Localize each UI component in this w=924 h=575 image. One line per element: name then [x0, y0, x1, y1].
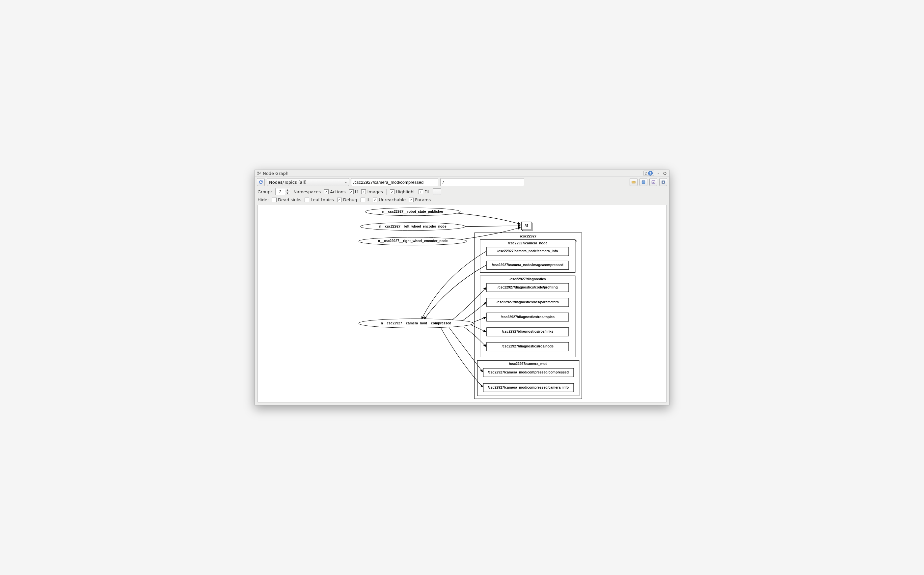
svg-text:/csc22927/camera_mod/compresse: /csc22927/camera_mod/compressed/compress… — [488, 370, 569, 374]
topic-mod-camera-info[interactable]: /csc22927/camera_mod/compressed/camera_i… — [483, 383, 574, 392]
titlebar: Node Graph D ? - O — [255, 170, 669, 177]
save-button[interactable] — [640, 178, 648, 186]
node-camera-mod-compressed[interactable]: n__csc22927__camera_mod__compressed — [359, 319, 473, 328]
group-label: Group: — [257, 189, 272, 194]
edge-rsp-tf — [456, 213, 520, 224]
topic-tf[interactable]: /tf — [521, 222, 532, 231]
restore-button[interactable]: O — [662, 171, 667, 176]
svg-rect-3 — [643, 181, 644, 181]
group-value-input[interactable] — [276, 189, 285, 194]
spin-up-icon[interactable]: ▲ — [285, 188, 290, 192]
unreachable-checkbox[interactable]: Unreachable — [373, 197, 406, 202]
open-button[interactable] — [630, 178, 638, 186]
view-mode-combo[interactable]: Nodes/Topics (all) ▾ — [267, 178, 349, 186]
svg-text:n__csc22927__right_wheel_encod: n__csc22927__right_wheel_encoder_node — [378, 239, 448, 243]
window: Node Graph D ? - O Nodes/Topics (all) ▾ — [254, 170, 670, 405]
svg-text:/csc22927/camera_mod: /csc22927/camera_mod — [509, 362, 548, 365]
images-checkbox[interactable]: Images — [361, 189, 383, 194]
edge-camerainfo-camnode — [421, 252, 486, 319]
spin-down-icon[interactable]: ▼ — [285, 192, 290, 195]
fit-checkbox[interactable]: Fit — [419, 189, 429, 194]
hide-options-row: Hide: Dead sinks Leaf topics Debug tf Un… — [255, 197, 669, 203]
svg-text:/csc22927/diagnostics/ros/node: /csc22927/diagnostics/ros/node — [502, 345, 554, 348]
svg-text:/csc22927/diagnostics: /csc22927/diagnostics — [510, 277, 546, 281]
chevron-down-icon: ▾ — [345, 181, 347, 184]
topic-diag-parameters[interactable]: /csc22927/diagnostics/ros/parameters — [487, 298, 569, 307]
svg-text:/csc22927: /csc22927 — [520, 235, 537, 238]
edge-cam-modinfo — [441, 328, 483, 387]
svg-text:/csc22927/camera_node: /csc22927/camera_node — [508, 241, 547, 245]
topic-diag-node[interactable]: /csc22927/diagnostics/ros/node — [487, 343, 569, 351]
node-robot-state-publisher[interactable]: n__csc22927__robot_state_publisher — [365, 208, 460, 216]
color-swatch-button[interactable] — [433, 188, 441, 195]
dq-letter: D — [645, 171, 648, 176]
svg-text:n__csc22927__left_wheel_encode: n__csc22927__left_wheel_encoder_node — [379, 225, 446, 228]
tf-hide-checkbox[interactable]: tf — [360, 197, 370, 202]
svg-rect-6 — [662, 181, 664, 183]
export-button[interactable] — [649, 178, 657, 186]
group-camera-mod[interactable]: /csc22927/camera_mod /csc22927/camera_mo… — [478, 360, 579, 396]
svg-text:/csc22927/diagnostics/code/pro: /csc22927/diagnostics/code/profiling — [498, 286, 557, 289]
actions-checkbox[interactable]: Actions — [324, 189, 346, 194]
toolbar-main: Nodes/Topics (all) ▾ — [255, 177, 669, 187]
dq-badge[interactable]: D ? — [643, 171, 654, 176]
params-checkbox[interactable]: Params — [409, 197, 431, 202]
edge-rwe-tf — [462, 227, 520, 240]
window-title: Node Graph — [263, 171, 289, 176]
filter-input-2[interactable] — [440, 178, 524, 186]
hide-label: Hide: — [257, 197, 269, 202]
scissors-icon — [257, 171, 262, 176]
group-options-row: Group: ▲ ▼ Namespaces Actions tf Images … — [255, 187, 669, 197]
namespaces-label: Namespaces — [294, 189, 321, 194]
svg-text:/csc22927/diagnostics/ros/link: /csc22927/diagnostics/ros/links — [502, 330, 553, 333]
tf-group-checkbox[interactable]: tf — [349, 189, 358, 194]
fit-view-button[interactable] — [659, 178, 667, 186]
svg-text:/csc22927/camera_node/image/co: /csc22927/camera_node/image/compressed — [492, 263, 564, 267]
svg-text:/csc22927/diagnostics/ros/para: /csc22927/diagnostics/ros/parameters — [497, 300, 559, 304]
filter-input-1[interactable] — [351, 178, 438, 186]
help-icon[interactable]: ? — [648, 171, 653, 176]
svg-text:/tf: /tf — [525, 224, 528, 227]
svg-text:n__csc22927__camera_mod__compr: n__csc22927__camera_mod__compressed — [381, 321, 451, 325]
group-spinner[interactable]: ▲ ▼ — [275, 188, 290, 195]
topic-diag-links[interactable]: /csc22927/diagnostics/ros/links — [487, 328, 569, 336]
group-csc22927[interactable]: /csc22927 /csc22927/camera_node /csc2292… — [475, 233, 582, 399]
svg-text:/csc22927/diagnostics/ros/topi: /csc22927/diagnostics/ros/topics — [501, 315, 554, 319]
debug-checkbox[interactable]: Debug — [337, 197, 357, 202]
highlight-checkbox[interactable]: Highlight — [390, 189, 415, 194]
dead-sinks-checkbox[interactable]: Dead sinks — [272, 197, 301, 202]
topic-mod-compressed[interactable]: /csc22927/camera_mod/compressed/compress… — [483, 368, 574, 377]
edge-lwe-tf — [465, 226, 520, 227]
node-right-wheel-encoder[interactable]: n__csc22927__right_wheel_encoder_node — [359, 237, 467, 245]
topic-diag-profiling[interactable]: /csc22927/diagnostics/code/profiling — [487, 283, 569, 292]
edge-imgcomp-camnode — [424, 265, 486, 319]
topic-image-compressed[interactable]: /csc22927/camera_node/image/compressed — [487, 261, 569, 269]
refresh-button[interactable] — [257, 178, 265, 186]
leaf-topics-checkbox[interactable]: Leaf topics — [305, 197, 334, 202]
group-diagnostics[interactable]: /csc22927/diagnostics /csc22927/diagnost… — [480, 276, 575, 357]
minimize-button[interactable]: - — [656, 171, 660, 176]
svg-text:/csc22927/camera_node/camera_i: /csc22927/camera_node/camera_info — [497, 249, 558, 253]
graph-canvas[interactable]: n__csc22927__robot_state_publisher n__cs… — [257, 205, 667, 402]
node-left-wheel-encoder[interactable]: n__csc22927__left_wheel_encoder_node — [360, 222, 465, 230]
topic-diag-topics[interactable]: /csc22927/diagnostics/ros/topics — [487, 313, 569, 321]
group-camera-node[interactable]: /csc22927/camera_node /csc22927/camera_n… — [480, 240, 576, 273]
svg-text:/csc22927/camera_mod/compresse: /csc22927/camera_mod/compressed/camera_i… — [488, 386, 569, 389]
topic-camera-info[interactable]: /csc22927/camera_node/camera_info — [487, 247, 569, 256]
view-mode-text: Nodes/Topics (all) — [269, 180, 306, 185]
svg-text:n__csc22927__robot_state_publi: n__csc22927__robot_state_publisher — [382, 210, 444, 213]
